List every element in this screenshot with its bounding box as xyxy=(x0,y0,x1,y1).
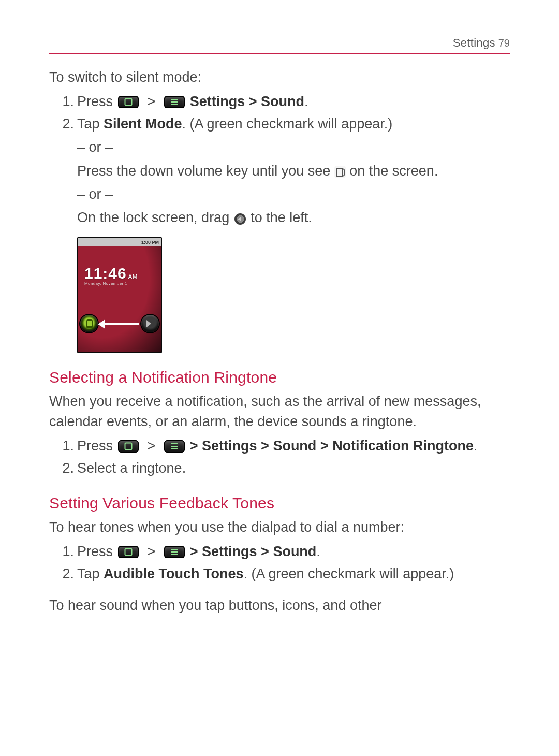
text: Press the down volume key until you see xyxy=(77,163,334,179)
menu-key-icon xyxy=(164,546,185,558)
text: Press xyxy=(77,544,117,559)
section-heading-feedback-tones: Setting Various Feedback Tones xyxy=(49,495,510,512)
feedback-tones-trailing: To hear sound when you tap buttons, icon… xyxy=(49,595,510,616)
thumbnail-statusbar: 1:00 PM xyxy=(78,238,161,246)
step-number: 1. xyxy=(49,92,77,112)
alt-instruction: On the lock screen, drag to the left. xyxy=(77,208,510,228)
bold-term: Silent Mode xyxy=(104,116,182,132)
header-page-number: 79 xyxy=(498,37,510,49)
nav-path: Settings > Sound xyxy=(190,94,304,109)
nav-path: > Settings > Sound xyxy=(190,544,317,559)
text: On the lock screen, drag xyxy=(77,210,233,225)
text: on the screen. xyxy=(349,163,438,179)
text: Press xyxy=(77,94,117,109)
manual-page: Settings 79 To switch to silent mode: 1.… xyxy=(0,0,559,756)
lock-knob-icon xyxy=(80,315,98,332)
list-item: 2. Select a ringtone. xyxy=(49,458,510,478)
text: . xyxy=(304,94,308,109)
home-key-icon xyxy=(118,546,139,558)
notification-ringtone-steps: 1. Press > > Settings > Sound > Notifica… xyxy=(49,436,510,478)
or-separator: – or – xyxy=(77,184,510,205)
thumbnail-date: Monday, November 1 xyxy=(84,281,127,287)
text: Select a ringtone. xyxy=(77,458,510,478)
text: . xyxy=(474,438,478,454)
thumbnail-clock-ampm: AM xyxy=(128,273,138,280)
text: Tap xyxy=(77,116,104,132)
text: . (A green checkmark will appear.) xyxy=(182,116,393,132)
notification-ringtone-para: When you receive a notification, such as… xyxy=(49,391,510,432)
nav-path: > Settings > Sound > Notification Ringto… xyxy=(190,438,474,454)
or-separator: – or – xyxy=(77,137,510,157)
sound-knob-icon xyxy=(141,315,159,332)
section-heading-notification-ringtone: Selecting a Notification Ringtone xyxy=(49,369,510,386)
text: Press xyxy=(77,438,117,454)
list-item: 1. Press > > Settings > Sound > Notifica… xyxy=(49,436,510,456)
step-number: 2. xyxy=(49,458,77,478)
list-item: 2. Tap Silent Mode. (A green checkmark w… xyxy=(49,114,510,134)
feedback-tones-lead: To hear tones when you use the dialpad t… xyxy=(49,517,510,537)
home-key-icon xyxy=(118,440,139,453)
feedback-tones-steps: 1. Press > > Settings > Sound. 2. Tap Au… xyxy=(49,542,510,584)
home-key-icon xyxy=(118,96,139,108)
alt-instruction: Press the down volume key until you see … xyxy=(77,161,510,181)
step-number: 1. xyxy=(49,542,77,562)
text: Tap xyxy=(77,566,104,581)
list-item: 2. Tap Audible Touch Tones. (A green che… xyxy=(49,564,510,584)
bold-term: Audible Touch Tones xyxy=(104,566,244,581)
silent-mode-lead: To switch to silent mode: xyxy=(49,67,510,88)
menu-key-icon xyxy=(164,96,185,108)
menu-key-icon xyxy=(164,440,185,453)
header-section: Settings xyxy=(453,36,495,50)
lockscreen-thumbnail: 1:00 PM 11:46AM Monday, November 1 xyxy=(77,237,162,353)
running-header: Settings 79 xyxy=(49,36,510,54)
list-item: 1. Press > Settings > Sound. xyxy=(49,92,510,112)
drag-handle-icon xyxy=(234,213,246,225)
text: . xyxy=(316,544,320,559)
step-number: 2. xyxy=(49,114,77,134)
thumbnail-slider-rail xyxy=(78,313,161,336)
text: to the left. xyxy=(251,210,312,225)
text: . (A green checkmark will appear.) xyxy=(244,566,454,581)
vibrate-icon xyxy=(334,166,346,178)
thumbnail-clock-time: 11:46 xyxy=(84,265,127,282)
arrow-left-icon xyxy=(99,323,139,325)
step-number: 1. xyxy=(49,436,77,456)
silent-mode-steps: 1. Press > Settings > Sound. 2. Tap Sile… xyxy=(49,92,510,353)
list-item: 1. Press > > Settings > Sound. xyxy=(49,542,510,562)
step-number: 2. xyxy=(49,564,77,584)
